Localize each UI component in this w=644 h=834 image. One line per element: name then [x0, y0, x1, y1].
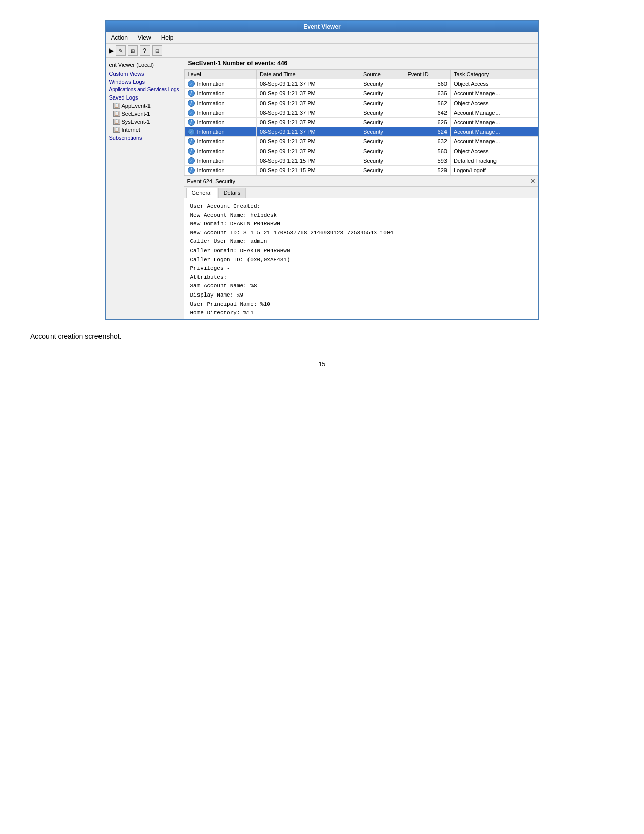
table-row[interactable]: i Information08-Sep-09 1:21:15 PMSecurit… — [184, 156, 538, 166]
event-datetime: 08-Sep-09 1:21:37 PM — [257, 108, 360, 118]
tab-details[interactable]: Details — [218, 188, 246, 198]
table-row[interactable]: i Information08-Sep-09 1:21:37 PMSecurit… — [184, 146, 538, 156]
event-id: 636 — [404, 89, 450, 99]
internet-icon: 📋 — [113, 127, 120, 133]
secevent-label: SecEvent-1 — [122, 111, 151, 117]
caption: Account creation screenshot. — [30, 332, 614, 340]
event-id: 562 — [404, 99, 450, 108]
detail-line: User Principal Name: %10 — [190, 300, 532, 309]
event-datetime: 08-Sep-09 1:21:37 PM — [257, 137, 360, 146]
table-row[interactable]: i Information08-Sep-09 1:21:37 PMSecurit… — [184, 137, 538, 146]
col-datetime[interactable]: Date and Time — [257, 70, 360, 79]
col-level[interactable]: Level — [184, 70, 257, 79]
event-datetime: 08-Sep-09 1:21:37 PM — [257, 146, 360, 156]
content-header: SecEvent-1 Number of events: 446 — [184, 58, 538, 69]
sidebar-item-sysevent[interactable]: 📋 SysEvent-1 — [106, 118, 184, 126]
detail-line: Caller Logon ID: (0x0,0xAE431) — [190, 256, 532, 265]
appevent-label: AppEvent-1 — [122, 103, 151, 109]
info-icon: i — [188, 157, 195, 164]
event-id: 632 — [404, 137, 450, 146]
detail-line: New Account ID: S-1-5-21-1708537768-2146… — [190, 229, 532, 238]
toolbar-btn-4[interactable]: ⊟ — [152, 45, 162, 56]
detail-line: Attributes: — [190, 273, 532, 282]
menu-bar: Action View Help — [106, 32, 538, 44]
info-icon: i — [188, 148, 195, 155]
detail-panel: Event 624, Security ✕ General Details Us… — [184, 175, 538, 319]
info-icon: i — [188, 128, 195, 135]
info-icon: i — [188, 90, 195, 97]
event-source: Security — [360, 156, 404, 166]
event-category: Account Manage... — [450, 137, 538, 146]
sidebar-item-custom-views[interactable]: Custom Views — [106, 70, 184, 78]
menu-help[interactable]: Help — [159, 33, 176, 42]
table-row[interactable]: i Information08-Sep-09 1:21:37 PMSecurit… — [184, 108, 538, 118]
event-source: Security — [360, 127, 404, 137]
sidebar-item-subscriptions[interactable]: Subscriptions — [106, 134, 184, 142]
sidebar-item-appevent[interactable]: 📋 AppEvent-1 — [106, 102, 184, 110]
table-row[interactable]: i Information08-Sep-09 1:21:37 PMSecurit… — [184, 118, 538, 127]
close-detail-button[interactable]: ✕ — [530, 178, 535, 185]
detail-line: Caller Domain: DEAKIN-P04RWHWN — [190, 247, 532, 256]
info-icon: i — [188, 80, 195, 87]
sidebar-item-saved-logs[interactable]: Saved Logs — [106, 93, 184, 102]
event-datetime: 08-Sep-09 1:21:37 PM — [257, 127, 360, 137]
title-bar: Event Viewer — [106, 21, 538, 32]
table-row[interactable]: i Information08-Sep-09 1:21:37 PMSecurit… — [184, 79, 538, 89]
table-row[interactable]: i Information08-Sep-09 1:21:37 PMSecurit… — [184, 127, 538, 137]
detail-header: Event 624, Security ✕ — [184, 176, 538, 187]
sidebar: ent Viewer (Local) Custom Views Windows … — [106, 58, 184, 319]
event-datetime: 08-Sep-09 1:21:37 PM — [257, 89, 360, 99]
event-category: Account Manage... — [450, 127, 538, 137]
col-source[interactable]: Source — [360, 70, 404, 79]
event-id: 626 — [404, 118, 450, 127]
event-id: 560 — [404, 146, 450, 156]
event-source: Security — [360, 79, 404, 89]
event-category: Account Manage... — [450, 118, 538, 127]
event-category: Detailed Tracking — [450, 156, 538, 166]
toolbar-btn-1[interactable]: ✎ — [116, 45, 126, 56]
col-eventid[interactable]: Event ID — [404, 70, 450, 79]
table-row[interactable]: i Information08-Sep-09 1:21:37 PMSecurit… — [184, 99, 538, 108]
detail-line: Home Directory: %11 — [190, 309, 532, 318]
event-id: 560 — [404, 79, 450, 89]
sidebar-item-app-services[interactable]: Applications and Services Logs — [106, 86, 184, 93]
detail-line: New Domain: DEAKIN-P04RWHWN — [190, 220, 532, 229]
info-icon: i — [188, 167, 195, 174]
col-category[interactable]: Task Category — [450, 70, 538, 79]
menu-action[interactable]: Action — [109, 33, 130, 42]
tabs: General Details — [184, 187, 538, 198]
internet-label: Internet — [122, 127, 140, 133]
event-category: Object Access — [450, 146, 538, 156]
table-row[interactable]: i Information08-Sep-09 1:21:15 PMSecurit… — [184, 166, 538, 175]
detail-line: User Account Created: — [190, 202, 532, 211]
event-category: Object Access — [450, 79, 538, 89]
table-row[interactable]: i Information08-Sep-09 1:21:37 PMSecurit… — [184, 89, 538, 99]
info-icon: i — [188, 100, 195, 107]
toolbar-btn-2[interactable]: ⊞ — [128, 45, 138, 56]
menu-view[interactable]: View — [136, 33, 153, 42]
main-area: ent Viewer (Local) Custom Views Windows … — [106, 58, 538, 319]
toolbar-btn-3[interactable]: ? — [140, 45, 150, 56]
sidebar-title: ent Viewer (Local) — [106, 60, 184, 70]
event-datetime: 08-Sep-09 1:21:37 PM — [257, 79, 360, 89]
info-icon: i — [188, 109, 195, 116]
detail-line: New Account Name: helpdesk — [190, 211, 532, 220]
event-source: Security — [360, 166, 404, 175]
detail-line: Home Drive: %12 — [190, 318, 532, 319]
event-id: 529 — [404, 166, 450, 175]
events-table-container[interactable]: Level Date and Time Source Event ID Task… — [184, 69, 538, 175]
detail-line: Sam Account Name: %8 — [190, 282, 532, 291]
sidebar-item-internet[interactable]: 📋 Internet — [106, 126, 184, 134]
info-icon: i — [188, 119, 195, 126]
tab-general[interactable]: General — [186, 188, 217, 198]
sysevent-label: SysEvent-1 — [122, 119, 150, 125]
event-source: Security — [360, 146, 404, 156]
sidebar-item-windows-logs[interactable]: Windows Logs — [106, 78, 184, 86]
event-category: Logon/Logoff — [450, 166, 538, 175]
detail-content: User Account Created: New Account Name: … — [184, 198, 538, 319]
event-source: Security — [360, 99, 404, 108]
event-id: 642 — [404, 108, 450, 118]
sidebar-item-secevent[interactable]: 📋 SecEvent-1 — [106, 110, 184, 118]
event-id: 593 — [404, 156, 450, 166]
event-source: Security — [360, 89, 404, 99]
